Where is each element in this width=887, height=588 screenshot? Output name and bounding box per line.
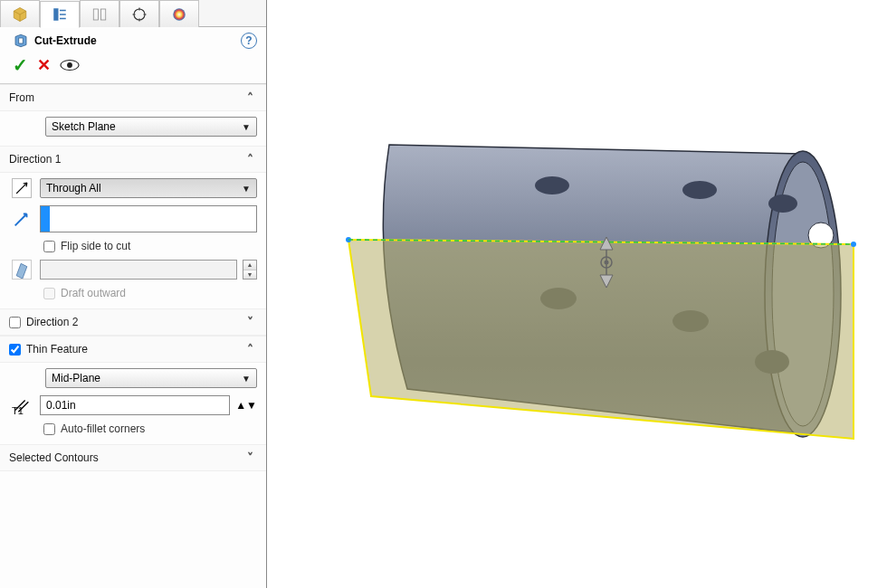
draft-spin-up[interactable]: ▲: [243, 261, 256, 270]
section-from-label: From: [9, 91, 247, 104]
chevron-down-icon: ˅: [247, 315, 253, 329]
svg-rect-2: [60, 14, 66, 15]
flip-side-checkbox[interactable]: [43, 241, 55, 252]
viewport-canvas: [267, 0, 887, 588]
chevron-down-icon: ▼: [242, 122, 251, 132]
direction-vector-icon: [12, 209, 32, 229]
section-direction1-header[interactable]: Direction 1 ˄: [0, 146, 266, 173]
svg-rect-1: [60, 10, 66, 12]
chevron-down-icon: ˅: [247, 450, 253, 465]
confirm-row: ✓ ✕: [0, 52, 266, 84]
draft-outward-checkbox: [43, 288, 55, 299]
end-condition-value: Through All: [46, 182, 101, 194]
section-thin-feature-label: Thin Feature: [26, 343, 247, 356]
section-thin-feature-body: Mid-Plane ▼ T1 ▲▼ Auto-fillet corners: [0, 363, 266, 444]
chevron-down-icon: ▼: [242, 374, 251, 384]
ok-button[interactable]: ✓: [13, 54, 28, 76]
thin-type-dropdown[interactable]: Mid-Plane ▼: [45, 368, 257, 388]
chevron-up-icon: ˄: [247, 342, 253, 356]
appearance-tab[interactable]: [159, 0, 199, 27]
auto-fillet-row[interactable]: Auto-fillet corners: [43, 422, 257, 435]
target-icon: [131, 6, 148, 23]
graphics-viewport[interactable]: [267, 0, 887, 588]
svg-rect-4: [93, 9, 98, 20]
sketch-plane: [348, 240, 854, 439]
svg-rect-5: [101, 9, 106, 20]
feature-title: Cut-Extrude: [34, 34, 97, 47]
cut-extrude-icon: [13, 33, 29, 49]
svg-text:T1: T1: [12, 405, 24, 415]
feature-manager-tab[interactable]: [0, 0, 40, 27]
draft-angle-field[interactable]: [40, 260, 237, 280]
panel-tabstrip: [0, 0, 266, 27]
chevron-down-icon: ▼: [242, 184, 251, 194]
thickness-spin-up[interactable]: ▲: [235, 399, 246, 412]
thin-feature-enable-checkbox[interactable]: [9, 344, 21, 356]
draft-spinner[interactable]: ▲▼: [243, 260, 257, 280]
section-direction1-label: Direction 1: [9, 153, 247, 166]
auto-fillet-label: Auto-fillet corners: [61, 422, 145, 435]
svg-point-7: [173, 8, 186, 21]
auto-fillet-checkbox[interactable]: [43, 423, 55, 435]
section-direction1-body: Through All ▼ Flip side to cut ▲▼: [0, 173, 266, 308]
configuration-manager-tab[interactable]: [80, 0, 119, 27]
svg-rect-8: [19, 38, 24, 43]
eye-icon[interactable]: [60, 59, 80, 71]
thickness-spin-down[interactable]: ▼: [246, 399, 257, 412]
section-from-header[interactable]: From ˄: [0, 84, 266, 111]
section-direction2-label: Direction 2: [26, 316, 247, 328]
svg-point-10: [67, 62, 72, 68]
direction2-enable-checkbox[interactable]: [9, 317, 21, 328]
direction-vector-field[interactable]: [40, 205, 257, 232]
from-dropdown-value: Sketch Plane: [52, 120, 116, 133]
section-selected-contours-label: Selected Contours: [9, 451, 247, 464]
property-icon: [52, 6, 68, 23]
property-manager-panel: Cut-Extrude ? ✓ ✕ From ˄ Sketch Plane ▼ …: [0, 0, 267, 588]
section-from-body: Sketch Plane ▼: [0, 111, 266, 146]
model-hole: [682, 181, 717, 199]
appearance-icon: [171, 6, 187, 23]
svg-point-6: [134, 9, 145, 20]
section-selected-contours-header[interactable]: Selected Contours ˅: [0, 444, 266, 471]
draft-icon[interactable]: [12, 260, 32, 280]
cube-icon: [12, 6, 28, 23]
svg-point-14: [605, 261, 609, 265]
section-thin-feature-header[interactable]: Thin Feature ˄: [0, 336, 266, 363]
cancel-button[interactable]: ✕: [37, 55, 51, 75]
reverse-direction-icon[interactable]: [12, 178, 32, 198]
flip-side-row[interactable]: Flip side to cut: [43, 240, 257, 252]
thickness-input[interactable]: [40, 395, 230, 415]
thickness-spinner[interactable]: ▲▼: [235, 399, 257, 412]
draft-outward-label: Draft outward: [61, 287, 126, 299]
chevron-up-icon: ˄: [247, 90, 253, 105]
help-button[interactable]: ?: [241, 33, 257, 49]
svg-rect-3: [60, 18, 66, 20]
model-hole: [535, 176, 569, 194]
property-manager-tab[interactable]: [40, 1, 80, 28]
thin-type-value: Mid-Plane: [52, 372, 100, 384]
draft-outward-row: Draft outward: [43, 287, 257, 299]
draft-spin-down[interactable]: ▼: [243, 270, 256, 280]
thickness-icon: T1: [12, 395, 32, 415]
chevron-up-icon: ˄: [247, 152, 253, 166]
section-direction2-header[interactable]: Direction 2 ˅: [0, 308, 266, 336]
direction-vector-input[interactable]: [50, 206, 256, 232]
svg-rect-0: [53, 8, 58, 21]
model-hole: [768, 194, 797, 213]
flip-side-label: Flip side to cut: [61, 240, 130, 252]
from-dropdown[interactable]: Sketch Plane ▼: [45, 117, 257, 137]
config-icon: [91, 6, 108, 23]
feature-header: Cut-Extrude ?: [0, 27, 266, 52]
field-highlight: [41, 206, 50, 232]
dimxpert-tab[interactable]: [119, 0, 159, 27]
end-condition-dropdown[interactable]: Through All ▼: [40, 178, 257, 198]
